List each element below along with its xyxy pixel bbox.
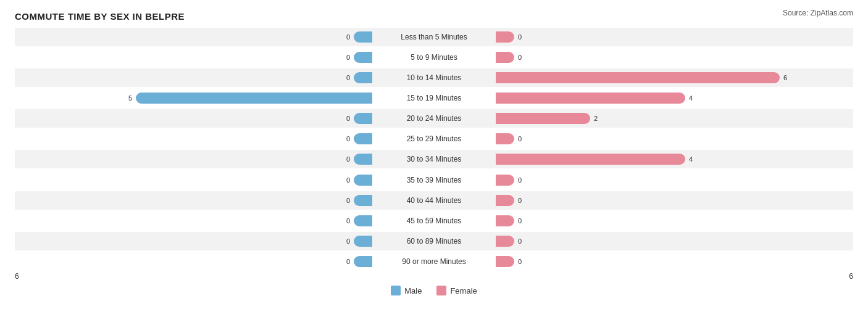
- row-label: 45 to 59 Minutes: [372, 217, 496, 225]
- axis-labels: 6 6: [15, 272, 853, 281]
- female-value: 4: [689, 155, 693, 163]
- female-value: 4: [689, 94, 693, 102]
- female-bar: [496, 72, 780, 83]
- female-value: 0: [518, 54, 522, 61]
- male-value: 0: [346, 115, 350, 122]
- row-label: 15 to 19 Minutes: [372, 94, 496, 102]
- row-label: 25 to 29 Minutes: [372, 134, 496, 143]
- row-label: 60 to 89 Minutes: [372, 237, 496, 246]
- right-side: 0: [496, 232, 853, 250]
- bar-row: 0 30 to 34 Minutes 4: [15, 150, 853, 168]
- bar-row: 0 45 to 59 Minutes 0: [15, 212, 853, 230]
- bar-row: 0 5 to 9 Minutes 0: [15, 48, 853, 67]
- right-side: 6: [496, 68, 853, 87]
- male-bar: [354, 195, 372, 206]
- male-value: 5: [128, 94, 132, 102]
- female-bar: [496, 195, 514, 206]
- legend-male: Male: [391, 286, 422, 295]
- female-value: 0: [518, 237, 522, 245]
- row-label: Less than 5 Minutes: [372, 33, 496, 41]
- left-side: 0: [15, 109, 372, 128]
- axis-right-label: 6: [849, 272, 853, 281]
- bar-row: 0 Less than 5 Minutes 0: [15, 28, 853, 46]
- male-value: 0: [346, 217, 350, 225]
- right-side: 0: [496, 171, 853, 189]
- source-label: Source: ZipAtlas.com: [783, 9, 853, 17]
- female-value: 0: [518, 197, 522, 204]
- left-side: 0: [15, 68, 372, 87]
- female-bar: [496, 31, 514, 43]
- left-side: 0: [15, 150, 372, 168]
- legend: Male Female: [15, 286, 853, 295]
- bar-row: 0 60 to 89 Minutes 0: [15, 232, 853, 250]
- female-label: Female: [450, 286, 477, 295]
- female-bar: [496, 52, 514, 63]
- legend-female: Female: [436, 286, 477, 295]
- male-value: 0: [346, 176, 350, 184]
- row-label: 35 to 39 Minutes: [372, 176, 496, 184]
- row-label: 40 to 44 Minutes: [372, 196, 496, 205]
- row-label: 90 or more Minutes: [372, 257, 496, 266]
- right-side: 0: [496, 48, 853, 67]
- female-color-box: [436, 286, 446, 295]
- right-side: 4: [496, 150, 853, 168]
- right-side: 2: [496, 109, 853, 128]
- right-side: 0: [496, 252, 853, 271]
- male-color-box: [391, 286, 401, 295]
- male-bar: [354, 133, 372, 144]
- row-label: 30 to 34 Minutes: [372, 155, 496, 163]
- bar-row: 0 20 to 24 Minutes 2: [15, 109, 853, 128]
- male-value: 0: [346, 237, 350, 245]
- female-bar: [496, 256, 514, 267]
- axis-left-label: 6: [15, 272, 19, 281]
- female-bar: [496, 133, 514, 144]
- bar-row: 0 10 to 14 Minutes 6: [15, 68, 853, 87]
- left-side: 0: [15, 252, 372, 271]
- female-value: 0: [518, 217, 522, 225]
- male-value: 0: [346, 135, 350, 142]
- left-side: 0: [15, 212, 372, 230]
- female-value: 6: [783, 74, 787, 81]
- female-bar: [496, 93, 685, 104]
- row-label: 5 to 9 Minutes: [372, 53, 496, 62]
- bar-row: 0 90 or more Minutes 0: [15, 252, 853, 271]
- right-side: 0: [496, 212, 853, 230]
- bar-row: 0 35 to 39 Minutes 0: [15, 171, 853, 189]
- male-bar: [136, 93, 372, 104]
- female-value: 0: [518, 176, 522, 184]
- left-side: 0: [15, 48, 372, 67]
- male-value: 0: [346, 74, 350, 81]
- bar-row: 0 40 to 44 Minutes 0: [15, 191, 853, 210]
- male-bar: [354, 175, 372, 186]
- chart-container: COMMUTE TIME BY SEX IN BELPRE Source: Zi…: [0, 0, 868, 322]
- male-label: Male: [404, 286, 422, 295]
- female-value: 0: [518, 33, 522, 41]
- right-side: 4: [496, 89, 853, 107]
- right-side: 0: [496, 191, 853, 210]
- male-bar: [354, 52, 372, 63]
- female-bar: [496, 154, 685, 165]
- right-side: 0: [496, 28, 853, 46]
- male-value: 0: [346, 54, 350, 61]
- male-value: 0: [346, 155, 350, 163]
- left-side: 0: [15, 171, 372, 189]
- row-label: 20 to 24 Minutes: [372, 114, 496, 123]
- male-bar: [354, 113, 372, 124]
- left-side: 0: [15, 28, 372, 46]
- left-side: 0: [15, 232, 372, 250]
- left-side: 0: [15, 191, 372, 210]
- male-value: 0: [346, 197, 350, 204]
- chart-area: 0 Less than 5 Minutes 0 0 5 to 9 Minutes…: [15, 28, 853, 271]
- female-value: 2: [594, 115, 598, 122]
- left-side: 0: [15, 130, 372, 148]
- female-bar: [496, 215, 514, 226]
- male-bar: [354, 236, 372, 247]
- right-side: 0: [496, 130, 853, 148]
- female-value: 0: [518, 258, 522, 265]
- male-bar: [354, 256, 372, 267]
- male-bar: [354, 72, 372, 83]
- bar-row: 5 15 to 19 Minutes 4: [15, 89, 853, 107]
- left-side: 5: [15, 89, 372, 107]
- male-bar: [354, 31, 372, 43]
- chart-title: COMMUTE TIME BY SEX IN BELPRE: [15, 11, 853, 22]
